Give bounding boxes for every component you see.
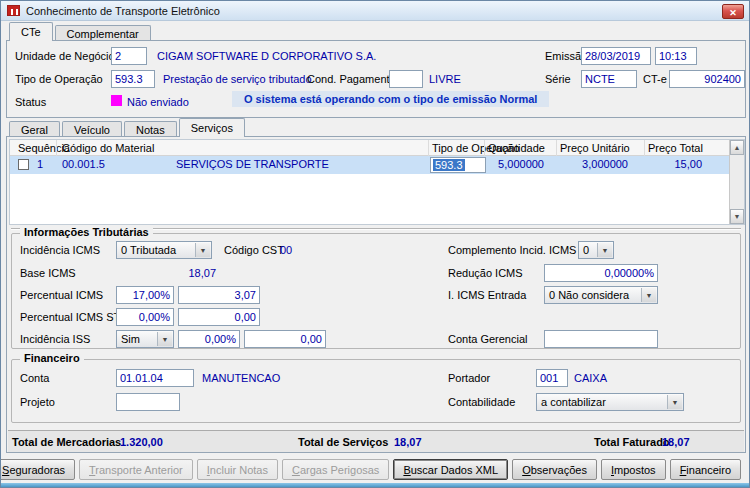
cell-sequencia: 1 [37,158,43,170]
cell-codigo: 00.001.5 [62,158,105,170]
codigo-cst-value: 00 [280,244,292,256]
tab-servicos[interactable]: Serviços [179,118,245,137]
observacoes-button-label: Observações [522,464,587,476]
percentual-icms-st-valor-field[interactable]: 0,00 [178,308,260,326]
portador-desc: CAIXA [574,372,607,384]
close-button[interactable] [722,4,744,19]
tributarias-title: Informações Tributárias [20,226,153,238]
incidencia-icms-select[interactable]: 0 Tributada [116,241,212,259]
reducao-icms-field[interactable]: 0,00000% [544,264,658,282]
total-mercadorias-label: Total de Mercadorias [12,436,121,448]
iss-valor-field[interactable]: 0,00 [244,330,326,348]
tab-cte-label: CTe [21,26,41,38]
incluir-notas-button-label: Incluir Notas [207,464,268,476]
percentual-icms-valor-field[interactable]: 3,07 [178,286,260,304]
incidencia-iss-value: Sim [121,333,140,345]
percentual-icms-st-pct-field[interactable]: 0,00% [116,308,174,326]
tab-complementar[interactable]: Complementar [55,25,151,41]
incidencia-icms-label: Incidência ICMS [20,244,100,256]
unidade-negocio-field[interactable]: 2 [111,47,147,65]
tab-notas-label: Notas [136,124,165,136]
unidade-negocio-desc: CIGAM SOFTWARE D CORPORATIVO S.A. [157,50,376,62]
conta-field[interactable]: 01.01.04 [116,369,194,387]
seguradoras-button[interactable]: Seguradoras [0,459,75,480]
scroll-down-icon[interactable] [730,209,744,224]
incidencia-icms-value: 0 Tributada [121,244,176,256]
items-table-header: Sequência Código do Material Tipo de Ope… [10,140,744,156]
incidencia-iss-select[interactable]: Sim [116,330,174,348]
close-icon [729,6,737,18]
percentual-icms-pct-field[interactable]: 17,00% [116,286,174,304]
mid-tab-strip: Geral Veículo Notas Serviços [9,118,247,137]
total-servicos-value: 18,07 [394,436,422,448]
column-separator [644,140,645,156]
col-preco-total: Preço Total [648,142,703,154]
complemento-incid-select[interactable]: 0 [578,241,614,259]
conta-desc: MANUTENCAO [202,372,280,384]
iss-pct-field[interactable]: 0,00% [178,330,240,348]
bottom-button-bar: Seguradoras Transporte Anterior Incluir … [0,459,741,480]
tab-cte[interactable]: CTe [9,22,53,41]
dropdown-arrow-icon[interactable] [641,288,656,302]
tipo-operacao-field[interactable]: 593.3 [111,70,155,88]
icms-entrada-select[interactable]: 0 Não considera [544,286,658,304]
contabilidade-select[interactable]: a contabilizar [536,393,684,411]
icms-entrada-label: I. ICMS Entrada [448,289,526,301]
row-checkbox[interactable] [18,159,29,170]
main-panel: Sequência Código do Material Tipo de Ope… [6,136,746,453]
system-message: O sistema está operando com o tipo de em… [232,91,549,107]
total-faturado-value: 18,07 [662,436,690,448]
cond-pagamento-label: Cond. Pagamento [307,73,396,85]
tab-geral-label: Geral [21,124,48,136]
tab-servicos-label: Serviços [191,122,233,134]
total-mercadorias-value: 1.320,00 [120,436,163,448]
impostos-button-label: Impostos [611,464,656,476]
column-separator [484,140,485,156]
financeiro-button[interactable]: Financeiro [670,459,741,480]
incidencia-iss-label: Incidência ISS [20,333,90,345]
contabilidade-label: Contabilidade [448,396,515,408]
titlebar: Conhecimento de Transporte Eletrônico [1,1,749,21]
column-separator [56,140,57,156]
tab-veiculo[interactable]: Veículo [62,121,122,137]
cell-tipo-operacao-value: 593.3 [433,159,465,171]
table-vertical-scrollbar[interactable] [729,140,744,224]
window-bottom-edge [1,483,749,487]
tab-complementar-label: Complementar [67,28,139,40]
total-faturado-label: Total Faturado [594,436,670,448]
serie-label: Série [545,73,571,85]
impostos-button[interactable]: Impostos [601,459,666,480]
buscar-dados-xml-button[interactable]: Buscar Dados XML [393,459,508,480]
dropdown-arrow-icon[interactable] [157,332,172,346]
cte-window: Conhecimento de Transporte Eletrônico CT… [0,0,750,488]
conta-gerencial-field[interactable] [544,330,658,348]
col-codigo-material: Código do Material [62,142,154,154]
observacoes-button[interactable]: Observações [512,459,597,480]
base-icms-label: Base ICMS [20,267,76,279]
buscar-dados-xml-button-label: Buscar Dados XML [403,464,498,476]
table-row[interactable]: 1 00.001.5 SERVIÇOS DE TRANSPORTE 593.3 … [10,156,729,174]
status-value: Não enviado [127,96,189,108]
dropdown-arrow-icon[interactable] [597,243,612,257]
financeiro-title: Financeiro [20,352,84,364]
cte-number-field[interactable]: 902400 [669,70,745,88]
column-separator [428,140,429,156]
complemento-incid-label: Complemento Incid. ICMS [448,244,576,256]
dropdown-arrow-icon[interactable] [195,243,210,257]
emissao-date-field[interactable]: 28/03/2019 [581,47,651,65]
scroll-up-icon[interactable] [730,140,744,155]
cargas-perigosas-button-label: Cargas Perigosas [292,464,379,476]
transporte-anterior-button-label: Transporte Anterior [89,464,183,476]
portador-field[interactable]: 001 [536,369,568,387]
serie-field[interactable]: NCTE [581,70,637,88]
tab-geral[interactable]: Geral [9,121,60,137]
col-preco-unitario: Preço Unitário [560,142,630,154]
tab-notas[interactable]: Notas [124,121,177,137]
dropdown-arrow-icon[interactable] [667,395,682,409]
cell-quantidade: 5,000000 [462,158,544,170]
cond-pagamento-field[interactable] [389,70,423,88]
totals-bar: Total de Mercadorias 1.320,00 Total de S… [8,430,744,452]
emissao-time-field[interactable]: 10:13 [655,47,697,65]
projeto-field[interactable] [116,393,180,411]
cargas-perigosas-button: Cargas Perigosas [282,459,389,480]
